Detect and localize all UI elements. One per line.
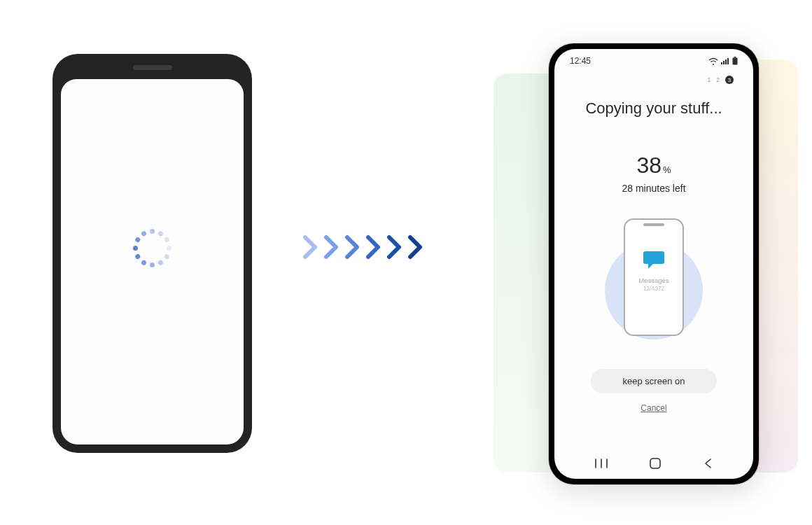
progress-unit: % (663, 164, 671, 175)
mini-phone-icon: Messages 12/4372 (624, 218, 684, 336)
back-icon[interactable] (703, 458, 713, 469)
messages-icon (643, 250, 665, 272)
status-icons (708, 57, 738, 65)
svg-rect-1 (723, 61, 724, 64)
source-phone-screen (61, 79, 244, 444)
keep-screen-on-button[interactable]: keep screen on (591, 369, 717, 393)
svg-rect-9 (650, 458, 660, 468)
transfer-illustration: Messages 12/4372 (601, 214, 706, 346)
page-title: Copying your stuff... (554, 99, 753, 118)
svg-rect-5 (733, 58, 738, 65)
svg-rect-4 (734, 57, 736, 58)
svg-rect-2 (725, 59, 727, 64)
signal-icon (721, 57, 729, 65)
svg-rect-0 (721, 62, 722, 64)
cancel-button[interactable]: Cancel (640, 403, 666, 413)
recents-icon[interactable] (595, 458, 608, 468)
battery-icon (732, 57, 738, 65)
phone-speaker-slot (133, 65, 172, 70)
wifi-icon (708, 57, 718, 65)
loading-spinner-icon (134, 229, 172, 267)
home-icon[interactable] (649, 457, 662, 470)
transfer-item-label: Messages (625, 276, 682, 284)
status-time: 12:45 (570, 56, 591, 66)
android-nav-bar (554, 448, 753, 479)
progress-value: 38 (636, 153, 662, 178)
transfer-item-count: 12/4372 (625, 285, 682, 292)
step-3-current: 3 (725, 76, 734, 84)
destination-phone-frame: 12:45 1 2 (549, 43, 759, 484)
svg-rect-3 (727, 58, 729, 64)
status-bar: 12:45 (554, 49, 753, 69)
progress-percent: 38% (554, 153, 753, 178)
step-indicator: 1 2 3 (554, 69, 753, 84)
time-remaining: 28 minutes left (554, 183, 753, 194)
step-1: 1 (708, 76, 711, 83)
transfer-direction-icon (301, 234, 426, 260)
step-2: 2 (716, 76, 720, 83)
source-phone-frame (52, 54, 252, 453)
mini-phone-notch (643, 223, 664, 226)
destination-phone-screen: 12:45 1 2 (554, 49, 753, 479)
